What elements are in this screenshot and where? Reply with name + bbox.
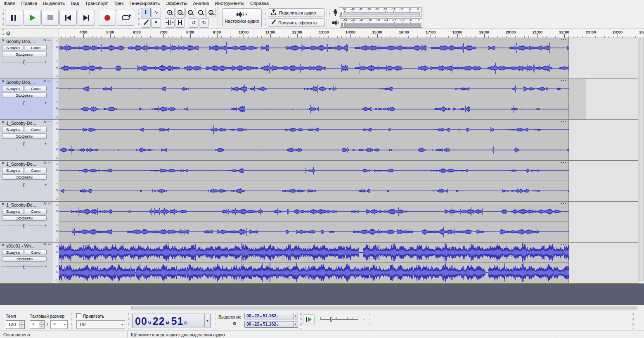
- track-lane[interactable]: ···: [59, 243, 644, 283]
- recording-meter-scale[interactable]: Л П -54-48-42-36-30-24-18-12-60: [339, 7, 421, 17]
- collapse-track-icon[interactable]: ^: [43, 243, 46, 248]
- envelope-tool-button[interactable]: ∿: [151, 8, 161, 17]
- get-effects-button[interactable]: Получить эффекты: [268, 18, 325, 27]
- track-menu-icon[interactable]: ···: [46, 243, 52, 247]
- gain-slider-thumb[interactable]: [23, 265, 25, 269]
- playback-meter[interactable]: Л П -54-48-42-36-30-24-18-12-60: [328, 18, 422, 28]
- redo-button[interactable]: ↻: [199, 18, 209, 28]
- track-name[interactable]: Scooby-Doo,...: [6, 80, 35, 85]
- waveform-channel-right[interactable]: [59, 263, 569, 283]
- menu-item[interactable]: Файл: [1, 0, 18, 6]
- zoom-in-button[interactable]: +: [165, 8, 175, 17]
- audio-clip[interactable]: ···: [59, 38, 569, 79]
- track-menu-icon[interactable]: ···: [46, 161, 52, 165]
- share-audio-button[interactable]: Поделиться аудио: [268, 8, 325, 17]
- zoom-selection-button[interactable]: □: [185, 8, 195, 17]
- gain-slider[interactable]: − +: [2, 182, 47, 188]
- vertical-scale-ruler[interactable]: 1010-1: [53, 120, 59, 160]
- menu-item[interactable]: Справка: [247, 0, 272, 6]
- playback-meter-scale[interactable]: Л П -54-48-42-36-30-24-18-12-60: [340, 18, 422, 28]
- timeline-options-gear-icon[interactable]: ⚙: [6, 31, 11, 36]
- track-lane[interactable]: ···: [59, 79, 644, 119]
- gain-slider-thumb[interactable]: [23, 142, 25, 146]
- zoom-toggle-button[interactable]: 1: [206, 8, 216, 17]
- gain-slider-thumb[interactable]: [23, 101, 25, 105]
- collapse-track-icon[interactable]: ^: [43, 79, 46, 84]
- vertical-scale-ruler[interactable]: 1010-1: [53, 38, 59, 79]
- time-signature-numerator[interactable]: 4 ▴▾: [30, 320, 45, 329]
- record-button[interactable]: [99, 10, 116, 26]
- close-track-icon[interactable]: ×: [2, 243, 5, 248]
- track-lane[interactable]: ···: [59, 202, 644, 242]
- mute-button[interactable]: Б.звука: [2, 45, 24, 50]
- close-track-icon[interactable]: ×: [2, 38, 5, 43]
- silence-audio-button[interactable]: [175, 18, 185, 28]
- solo-button[interactable]: Соло: [25, 209, 47, 214]
- selection-start-display[interactable]: 00ч 22м 51.162с ▾: [244, 313, 298, 319]
- close-track-icon[interactable]: ×: [2, 120, 5, 125]
- waveform-channel-right[interactable]: [59, 99, 569, 119]
- collapse-track-icon[interactable]: ^: [43, 120, 46, 125]
- chevron-down-icon[interactable]: ▾: [204, 314, 210, 327]
- solo-button[interactable]: Соло: [25, 127, 47, 132]
- waveform-channel-left[interactable]: [59, 202, 569, 221]
- audio-clip[interactable]: ···: [59, 79, 569, 119]
- clip-menu-icon[interactable]: ···: [561, 202, 566, 206]
- effects-button[interactable]: Эффекты: [2, 215, 47, 221]
- track-lane[interactable]: ···: [59, 120, 644, 160]
- horizontal-scrollbar-thumb[interactable]: [131, 306, 637, 309]
- clip-menu-icon[interactable]: ···: [561, 79, 566, 83]
- audio-position-display[interactable]: 00ч 22м 51с ▾: [132, 314, 211, 328]
- gain-slider[interactable]: − +: [2, 223, 47, 229]
- solo-button[interactable]: Соло: [25, 250, 47, 255]
- play-button[interactable]: [23, 10, 40, 26]
- toolbar-grip[interactable]: [367, 313, 369, 328]
- track-menu-icon[interactable]: ···: [46, 79, 52, 83]
- empty-clip[interactable]: [569, 79, 585, 119]
- gain-slider[interactable]: − +: [2, 141, 47, 147]
- playback-speed-slider[interactable]: − +: [317, 316, 362, 323]
- close-track-icon[interactable]: ×: [2, 202, 5, 207]
- toolbar-grip[interactable]: [328, 20, 330, 26]
- waveform-channel-left[interactable]: [59, 79, 569, 99]
- gain-slider[interactable]: − +: [2, 100, 47, 106]
- toolbar-grip[interactable]: [2, 9, 4, 26]
- track-name[interactable]: Scooby-Doo,...: [6, 39, 35, 44]
- mute-button[interactable]: Б.звука: [2, 250, 24, 255]
- menu-item[interactable]: Транспорт: [82, 0, 111, 6]
- toolbar-grip[interactable]: [2, 29, 4, 35]
- collapse-track-icon[interactable]: ^: [43, 202, 46, 207]
- undo-button[interactable]: ↺: [189, 18, 199, 28]
- track-menu-icon[interactable]: ···: [46, 38, 52, 43]
- speed-slider-thumb[interactable]: [330, 317, 332, 322]
- close-track-icon[interactable]: ×: [2, 161, 5, 166]
- toolbar-grip[interactable]: [219, 9, 221, 26]
- clip-menu-icon[interactable]: ···: [561, 161, 566, 165]
- collapse-track-icon[interactable]: ^: [43, 38, 46, 43]
- menu-item[interactable]: Вид: [68, 0, 82, 6]
- audio-clip[interactable]: ···: [59, 202, 569, 242]
- audio-clip[interactable]: ···: [59, 120, 569, 160]
- vertical-scale-ruler[interactable]: 1010-1: [53, 243, 59, 283]
- track-name[interactable]: 1_Scooby-Do...: [6, 162, 36, 167]
- toolbar-grip[interactable]: [632, 313, 634, 328]
- collapse-track-icon[interactable]: ^: [43, 161, 46, 166]
- waveform-channel-left[interactable]: [59, 38, 569, 58]
- track-name[interactable]: 1_Scooby-Do...: [6, 121, 36, 126]
- effects-button[interactable]: Эффекты: [2, 133, 47, 139]
- toolbar-grip[interactable]: [300, 313, 302, 328]
- recording-meter[interactable]: Л П -54-48-42-36-30-24-18-12-60: [329, 7, 421, 17]
- gain-slider-thumb[interactable]: [23, 224, 25, 228]
- vertical-scrollbar[interactable]: [638, 38, 644, 283]
- pause-button[interactable]: [5, 10, 22, 26]
- chevron-down-icon[interactable]: ▾: [293, 313, 298, 319]
- waveform-channel-right[interactable]: [59, 58, 569, 78]
- menu-item[interactable]: Правка: [18, 0, 40, 6]
- clip-menu-icon[interactable]: ···: [561, 243, 566, 247]
- menu-item[interactable]: Эффекты: [163, 0, 190, 6]
- toolbar-grip[interactable]: [213, 313, 215, 328]
- time-signature-denominator[interactable]: 4 ▾: [50, 320, 68, 329]
- zoom-out-button[interactable]: −: [175, 8, 185, 17]
- waveform-channel-right[interactable]: [59, 181, 569, 201]
- solo-button[interactable]: Соло: [25, 86, 47, 91]
